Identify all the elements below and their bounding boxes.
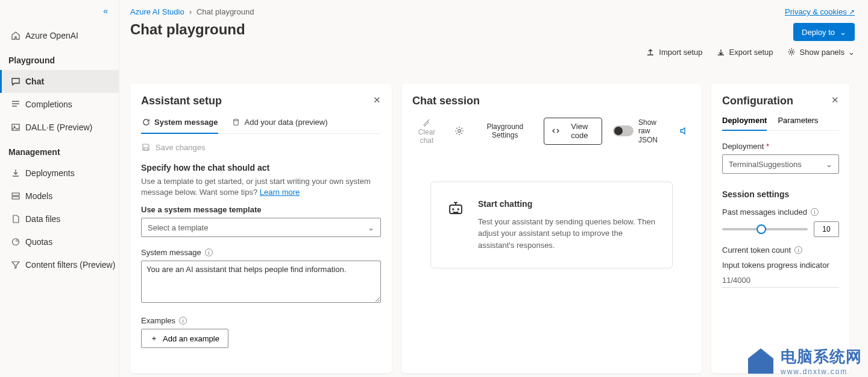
sidebar-item-quotas-label: Quotas (25, 237, 52, 247)
deployments-icon (11, 168, 20, 178)
session-settings-heading: Session settings (722, 189, 839, 199)
chat-title: Chat session (412, 95, 691, 107)
svg-rect-3 (12, 197, 19, 199)
template-label: Use a system message template (141, 205, 381, 214)
tab-deployment[interactable]: Deployment (722, 116, 767, 131)
chevron-down-icon: ⌄ (840, 28, 846, 37)
template-select[interactable]: Select a template ⌄ (141, 218, 381, 237)
watermark-url: www.dnxtw.com (781, 367, 862, 376)
raw-json-toggle[interactable] (613, 125, 634, 136)
show-panels-label: Show panels (800, 48, 844, 57)
info-icon[interactable]: i (179, 317, 187, 325)
deploy-to-button[interactable]: Deploy to ⌄ (793, 23, 855, 41)
sidebar-azure-openai[interactable]: Azure OpenAI (0, 24, 119, 47)
chat-settings-gear[interactable] (452, 126, 467, 136)
sidebar-item-contentfilters-label: Content filters (Preview) (25, 260, 115, 270)
watermark-brand: 电脑系统网 (781, 346, 862, 367)
past-messages-value[interactable]: 10 (814, 221, 839, 237)
broom-icon (422, 117, 432, 127)
token-count-label: Current token count (722, 246, 791, 255)
start-chatting-desc: Test your assistant by sending queries b… (478, 216, 658, 252)
image-icon (11, 122, 20, 132)
add-example-button[interactable]: ＋ Add an example (141, 329, 228, 348)
export-setup-button[interactable]: Export setup (716, 47, 773, 57)
sidebar-item-deployments[interactable]: Deployments (0, 162, 119, 185)
sidebar-item-datafiles[interactable]: Data files (0, 208, 119, 230)
watermark: 电脑系统网 www.dnxtw.com (748, 346, 862, 376)
add-example-label: Add an example (163, 334, 219, 343)
file-icon (11, 214, 20, 224)
models-icon (11, 191, 20, 201)
svg-rect-7 (144, 148, 148, 150)
config-title: Configuration (722, 95, 839, 107)
breadcrumb-current: Chat playground (197, 7, 254, 16)
breadcrumb-root[interactable]: Azure AI Studio (130, 7, 184, 16)
learn-more-link[interactable]: Learn more (260, 188, 300, 197)
start-chatting-card: Start chatting Test your assistant by se… (430, 182, 673, 269)
watermark-logo-icon (748, 349, 773, 374)
breadcrumb-sep: › (189, 7, 192, 16)
save-changes-button[interactable]: Save changes (156, 143, 205, 152)
tab-parameters[interactable]: Parameters (778, 116, 818, 130)
svg-rect-0 (12, 124, 19, 130)
configuration-panel: Configuration ✕ Deployment Parameters De… (711, 84, 850, 373)
sidebar-item-deployments-label: Deployments (25, 168, 75, 178)
robot-icon (445, 199, 466, 220)
sidebar-item-completions[interactable]: Completions (0, 93, 119, 116)
sidebar-collapse-button[interactable]: « (103, 6, 108, 16)
sidebar-item-contentfilters[interactable]: Content filters (Preview) (0, 253, 119, 276)
deployment-select[interactable]: TerminalSuggestions ⌄ (722, 154, 839, 174)
system-message-input[interactable] (141, 261, 381, 303)
sidebar-item-chat[interactable]: Chat (0, 70, 119, 93)
tab-add-data[interactable]: Add your data (preview) (231, 117, 328, 133)
privacy-link[interactable]: Privacy & cookies (785, 7, 855, 16)
home-icon (11, 31, 20, 40)
speaker-button[interactable] (676, 126, 691, 136)
svg-point-8 (458, 130, 461, 133)
refresh-icon (141, 117, 151, 127)
chat-session-panel: Chat session Clear chat Playground Setti… (401, 84, 702, 373)
svg-point-6 (234, 119, 238, 121)
raw-json-label: Show raw JSON (638, 118, 665, 144)
examples-label: Examples (141, 316, 175, 325)
chat-icon (11, 77, 20, 86)
specify-heading: Specify how the chat should act (141, 163, 381, 173)
chevron-down-icon: ⌄ (848, 48, 855, 57)
import-setup-button[interactable]: Import setup (646, 47, 702, 57)
page-title: Chat playground (130, 21, 857, 38)
playground-settings-label: Playground Settings (477, 122, 533, 140)
deployment-label: Deployment (722, 142, 764, 151)
database-icon (231, 118, 241, 127)
quota-icon (11, 237, 20, 247)
speaker-icon (679, 126, 688, 136)
tab-system-message[interactable]: System message (141, 117, 218, 134)
close-config-button[interactable]: ✕ (831, 95, 839, 106)
sidebar-item-quotas[interactable]: Quotas (0, 230, 119, 253)
view-code-button[interactable]: View code (544, 118, 602, 145)
sidebar-item-dalle[interactable]: DALL·E (Preview) (0, 116, 119, 139)
close-assistant-button[interactable]: ✕ (373, 95, 381, 106)
past-messages-slider[interactable] (722, 228, 808, 230)
deployment-value: TerminalSuggestions (729, 160, 802, 169)
info-icon[interactable]: i (811, 208, 819, 216)
show-panels-button[interactable]: Show panels ⌄ (787, 47, 855, 57)
upload-icon (646, 47, 655, 57)
required-star: * (766, 142, 769, 151)
assistant-title: Assistant setup (141, 95, 381, 107)
import-label: Import setup (659, 48, 702, 57)
sidebar-item-models[interactable]: Models (0, 185, 119, 208)
system-message-label: System message (141, 248, 201, 257)
svg-point-11 (458, 208, 459, 210)
sidebar-item-datafiles-label: Data files (25, 214, 60, 224)
past-messages-label: Past messages included (722, 208, 807, 217)
playground-settings-button[interactable]: Playground Settings (477, 122, 533, 140)
sidebar-item-dalle-label: DALL·E (Preview) (25, 122, 92, 132)
token-count-value: 11/4000 (722, 276, 839, 288)
clear-chat-button[interactable]: Clear chat (412, 117, 441, 145)
sidebar-item-chat-label: Chat (25, 77, 44, 86)
svg-point-5 (790, 51, 793, 53)
info-icon[interactable]: i (205, 249, 213, 256)
info-icon[interactable]: i (794, 246, 802, 254)
svg-rect-2 (12, 193, 19, 195)
gear-icon (787, 47, 796, 57)
